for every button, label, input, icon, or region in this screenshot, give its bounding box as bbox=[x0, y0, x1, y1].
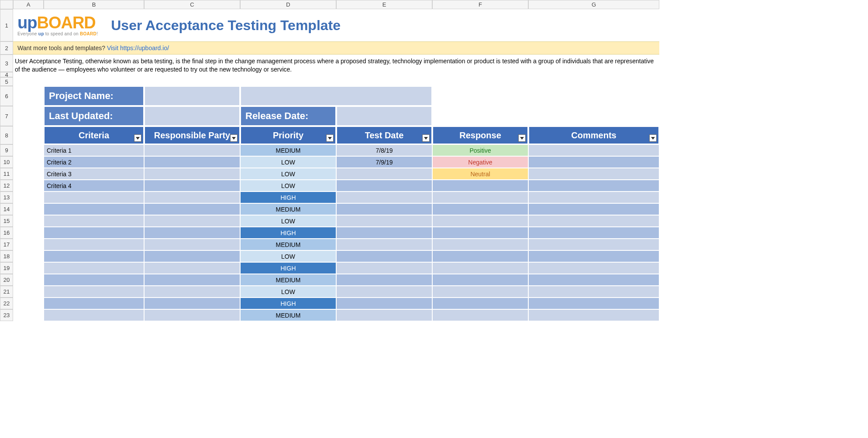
party-cell[interactable] bbox=[144, 180, 240, 192]
filter-button-criteria[interactable] bbox=[134, 134, 141, 142]
cell-A11[interactable] bbox=[13, 168, 44, 180]
col-header-A[interactable]: A bbox=[13, 0, 44, 9]
criteria-cell[interactable]: Criteria 3 bbox=[44, 168, 144, 180]
comments-cell[interactable] bbox=[528, 239, 659, 250]
party-cell[interactable] bbox=[144, 250, 240, 262]
row-header-5[interactable]: 5 bbox=[0, 77, 13, 86]
last-updated-value[interactable] bbox=[144, 106, 240, 126]
criteria-cell[interactable]: Criteria 1 bbox=[44, 144, 144, 156]
response-cell[interactable] bbox=[432, 298, 528, 309]
row-header-12[interactable]: 12 bbox=[0, 180, 13, 192]
response-cell[interactable] bbox=[432, 215, 528, 227]
comments-cell[interactable] bbox=[528, 250, 659, 262]
party-cell[interactable] bbox=[144, 215, 240, 227]
test-date-cell[interactable] bbox=[336, 203, 432, 215]
response-cell[interactable] bbox=[432, 274, 528, 286]
party-cell[interactable] bbox=[144, 156, 240, 168]
criteria-cell[interactable]: Criteria 4 bbox=[44, 180, 144, 192]
party-cell[interactable] bbox=[144, 144, 240, 156]
cell-A16[interactable] bbox=[13, 227, 44, 239]
row-header-15[interactable]: 15 bbox=[0, 215, 13, 227]
criteria-cell[interactable] bbox=[44, 192, 144, 203]
comments-cell[interactable] bbox=[528, 203, 659, 215]
row-header-4[interactable]: 4 bbox=[0, 72, 13, 77]
col-header-E[interactable]: E bbox=[336, 0, 432, 9]
col-header-G[interactable]: G bbox=[528, 0, 659, 9]
criteria-cell[interactable]: Criteria 2 bbox=[44, 156, 144, 168]
criteria-cell[interactable] bbox=[44, 298, 144, 309]
test-date-cell[interactable] bbox=[336, 227, 432, 239]
row-header-6[interactable]: 6 bbox=[0, 86, 13, 106]
priority-cell[interactable]: MEDIUM bbox=[240, 309, 336, 321]
test-date-cell[interactable] bbox=[336, 274, 432, 286]
col-header-F[interactable]: F bbox=[432, 0, 528, 9]
comments-cell[interactable] bbox=[528, 286, 659, 298]
comments-cell[interactable] bbox=[528, 144, 659, 156]
cell-A13[interactable] bbox=[13, 192, 44, 203]
filter-button-comments[interactable] bbox=[649, 134, 657, 142]
row-header-10[interactable]: 10 bbox=[0, 156, 13, 168]
party-cell[interactable] bbox=[144, 239, 240, 250]
cell-A15[interactable] bbox=[13, 215, 44, 227]
priority-cell[interactable]: LOW bbox=[240, 286, 336, 298]
response-cell[interactable]: Negative bbox=[432, 156, 528, 168]
priority-cell[interactable]: HIGH bbox=[240, 192, 336, 203]
priority-cell[interactable]: LOW bbox=[240, 180, 336, 192]
response-cell[interactable] bbox=[432, 180, 528, 192]
comments-cell[interactable] bbox=[528, 156, 659, 168]
response-cell[interactable] bbox=[432, 262, 528, 274]
cell-A14[interactable] bbox=[13, 203, 44, 215]
cell-G7[interactable] bbox=[528, 106, 659, 126]
select-all-corner[interactable] bbox=[0, 0, 13, 9]
test-date-cell[interactable] bbox=[336, 250, 432, 262]
priority-cell[interactable]: LOW bbox=[240, 156, 336, 168]
row-header-20[interactable]: 20 bbox=[0, 274, 13, 286]
col-header-D[interactable]: D bbox=[240, 0, 336, 9]
cell-G6[interactable] bbox=[528, 86, 659, 106]
criteria-cell[interactable] bbox=[44, 239, 144, 250]
priority-cell[interactable]: LOW bbox=[240, 215, 336, 227]
cell-F6[interactable] bbox=[432, 86, 528, 106]
comments-cell[interactable] bbox=[528, 309, 659, 321]
test-date-cell[interactable] bbox=[336, 286, 432, 298]
criteria-cell[interactable] bbox=[44, 286, 144, 298]
release-date-value[interactable] bbox=[336, 106, 432, 126]
cell-A23[interactable] bbox=[13, 309, 44, 321]
response-cell[interactable] bbox=[432, 227, 528, 239]
party-cell[interactable] bbox=[144, 203, 240, 215]
priority-cell[interactable]: MEDIUM bbox=[240, 239, 336, 250]
criteria-cell[interactable] bbox=[44, 250, 144, 262]
party-cell[interactable] bbox=[144, 227, 240, 239]
priority-cell[interactable]: HIGH bbox=[240, 298, 336, 309]
party-cell[interactable] bbox=[144, 274, 240, 286]
comments-cell[interactable] bbox=[528, 192, 659, 203]
cell-A12[interactable] bbox=[13, 180, 44, 192]
test-date-cell[interactable] bbox=[336, 192, 432, 203]
party-cell[interactable] bbox=[144, 192, 240, 203]
test-date-cell[interactable] bbox=[336, 215, 432, 227]
comments-cell[interactable] bbox=[528, 168, 659, 180]
priority-cell[interactable]: MEDIUM bbox=[240, 144, 336, 156]
test-date-cell[interactable]: 7/9/19 bbox=[336, 156, 432, 168]
row-header-2[interactable]: 2 bbox=[0, 41, 13, 55]
col-header-B[interactable]: B bbox=[44, 0, 144, 9]
criteria-cell[interactable] bbox=[44, 203, 144, 215]
criteria-cell[interactable] bbox=[44, 274, 144, 286]
row-header-17[interactable]: 17 bbox=[0, 239, 13, 250]
priority-cell[interactable]: MEDIUM bbox=[240, 274, 336, 286]
row-header-16[interactable]: 16 bbox=[0, 227, 13, 239]
cell-A17[interactable] bbox=[13, 239, 44, 250]
filter-button-party[interactable] bbox=[230, 134, 238, 142]
criteria-cell[interactable] bbox=[44, 309, 144, 321]
criteria-cell[interactable] bbox=[44, 227, 144, 239]
party-cell[interactable] bbox=[144, 168, 240, 180]
response-cell[interactable] bbox=[432, 239, 528, 250]
test-date-cell[interactable] bbox=[336, 180, 432, 192]
priority-cell[interactable]: HIGH bbox=[240, 227, 336, 239]
response-cell[interactable] bbox=[432, 203, 528, 215]
priority-cell[interactable]: HIGH bbox=[240, 262, 336, 274]
cell-A10[interactable] bbox=[13, 156, 44, 168]
filter-button-response[interactable] bbox=[518, 134, 526, 142]
party-cell[interactable] bbox=[144, 298, 240, 309]
test-date-cell[interactable] bbox=[336, 309, 432, 321]
